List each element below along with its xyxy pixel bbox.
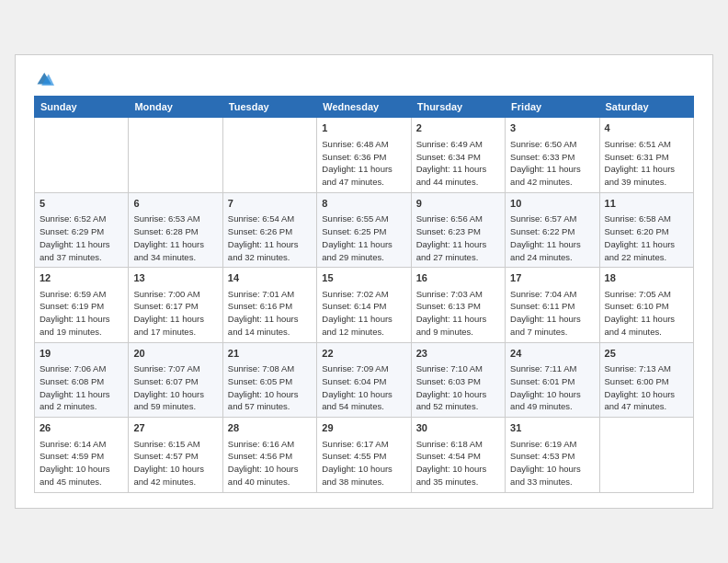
day-info: Sunrise: 6:48 AM Sunset: 6:36 PM Dayligh… (322, 138, 405, 189)
day-number: 8 (322, 197, 405, 211)
day-number: 3 (510, 121, 594, 135)
day-number: 15 (322, 271, 405, 285)
day-number: 26 (40, 421, 123, 435)
day-cell: 18Sunrise: 7:05 AM Sunset: 6:10 PM Dayli… (599, 268, 693, 342)
day-number: 4 (605, 121, 688, 135)
day-cell: 29Sunrise: 6:17 AM Sunset: 4:55 PM Dayli… (317, 418, 411, 492)
day-number: 17 (510, 271, 594, 285)
day-cell (35, 118, 129, 192)
day-cell: 16Sunrise: 7:03 AM Sunset: 6:13 PM Dayli… (411, 268, 505, 342)
day-info: Sunrise: 7:01 AM Sunset: 6:16 PM Dayligh… (228, 288, 312, 339)
day-info: Sunrise: 7:00 AM Sunset: 6:17 PM Dayligh… (133, 288, 217, 339)
day-cell: 13Sunrise: 7:00 AM Sunset: 6:17 PM Dayli… (129, 268, 222, 342)
day-cell: 25Sunrise: 7:13 AM Sunset: 6:00 PM Dayli… (599, 342, 693, 417)
day-info: Sunrise: 7:07 AM Sunset: 6:07 PM Dayligh… (133, 362, 217, 413)
day-cell: 5Sunrise: 6:52 AM Sunset: 6:29 PM Daylig… (35, 192, 129, 267)
day-cell: 14Sunrise: 7:01 AM Sunset: 6:16 PM Dayli… (222, 268, 316, 342)
weekday-header-friday: Friday (506, 97, 599, 118)
day-number: 29 (322, 421, 405, 435)
day-info: Sunrise: 6:18 AM Sunset: 4:54 PM Dayligh… (416, 438, 500, 488)
day-cell: 3Sunrise: 6:50 AM Sunset: 6:33 PM Daylig… (506, 118, 599, 192)
day-number: 7 (228, 197, 312, 211)
day-cell: 2Sunrise: 6:49 AM Sunset: 6:34 PM Daylig… (411, 118, 505, 192)
day-cell: 19Sunrise: 7:06 AM Sunset: 6:08 PM Dayli… (35, 342, 129, 417)
day-cell (222, 118, 316, 192)
day-info: Sunrise: 7:03 AM Sunset: 6:13 PM Dayligh… (416, 288, 500, 339)
day-info: Sunrise: 6:52 AM Sunset: 6:29 PM Dayligh… (40, 213, 123, 263)
day-cell: 28Sunrise: 6:16 AM Sunset: 4:56 PM Dayli… (222, 418, 316, 492)
day-info: Sunrise: 7:10 AM Sunset: 6:03 PM Dayligh… (416, 362, 500, 413)
day-cell: 7Sunrise: 6:54 AM Sunset: 6:26 PM Daylig… (222, 192, 316, 267)
day-number: 5 (40, 197, 123, 211)
day-number: 2 (416, 121, 500, 135)
day-number: 23 (416, 347, 500, 361)
day-cell: 23Sunrise: 7:10 AM Sunset: 6:03 PM Dayli… (411, 342, 505, 417)
calendar-table: SundayMondayTuesdayWednesdayThursdayFrid… (34, 96, 694, 492)
day-number: 22 (322, 347, 405, 361)
weekday-header-thursday: Thursday (411, 97, 505, 118)
day-info: Sunrise: 6:19 AM Sunset: 4:53 PM Dayligh… (510, 438, 594, 488)
day-info: Sunrise: 7:06 AM Sunset: 6:08 PM Dayligh… (40, 362, 123, 413)
day-number: 10 (510, 197, 594, 211)
day-number: 27 (133, 421, 217, 435)
day-cell: 27Sunrise: 6:15 AM Sunset: 4:57 PM Dayli… (129, 418, 222, 492)
day-info: Sunrise: 6:14 AM Sunset: 4:59 PM Dayligh… (40, 438, 123, 488)
week-row-2: 5Sunrise: 6:52 AM Sunset: 6:29 PM Daylig… (35, 192, 694, 267)
logo (34, 70, 60, 88)
week-row-3: 12Sunrise: 6:59 AM Sunset: 6:19 PM Dayli… (35, 268, 694, 342)
day-cell (599, 418, 693, 492)
day-info: Sunrise: 7:02 AM Sunset: 6:14 PM Dayligh… (322, 288, 405, 339)
day-cell: 1Sunrise: 6:48 AM Sunset: 6:36 PM Daylig… (317, 118, 411, 192)
day-cell: 8Sunrise: 6:55 AM Sunset: 6:25 PM Daylig… (317, 192, 411, 267)
day-info: Sunrise: 6:55 AM Sunset: 6:25 PM Dayligh… (322, 213, 405, 263)
day-cell: 6Sunrise: 6:53 AM Sunset: 6:28 PM Daylig… (129, 192, 222, 267)
day-info: Sunrise: 6:54 AM Sunset: 6:26 PM Dayligh… (228, 213, 312, 263)
day-cell: 11Sunrise: 6:58 AM Sunset: 6:20 PM Dayli… (599, 192, 693, 267)
day-info: Sunrise: 7:04 AM Sunset: 6:11 PM Dayligh… (510, 288, 594, 339)
day-info: Sunrise: 6:49 AM Sunset: 6:34 PM Dayligh… (416, 138, 500, 189)
day-info: Sunrise: 6:15 AM Sunset: 4:57 PM Dayligh… (133, 438, 217, 488)
day-info: Sunrise: 6:17 AM Sunset: 4:55 PM Dayligh… (322, 438, 405, 488)
day-number: 28 (228, 421, 312, 435)
day-number: 12 (40, 271, 123, 285)
day-info: Sunrise: 6:57 AM Sunset: 6:22 PM Dayligh… (510, 213, 594, 263)
day-info: Sunrise: 6:53 AM Sunset: 6:28 PM Dayligh… (133, 213, 217, 263)
day-number: 9 (416, 197, 500, 211)
day-info: Sunrise: 6:58 AM Sunset: 6:20 PM Dayligh… (605, 213, 688, 263)
weekday-header-monday: Monday (129, 97, 222, 118)
day-cell: 21Sunrise: 7:08 AM Sunset: 6:05 PM Dayli… (222, 342, 316, 417)
day-cell: 20Sunrise: 7:07 AM Sunset: 6:07 PM Dayli… (129, 342, 222, 417)
day-number: 31 (510, 421, 594, 435)
day-info: Sunrise: 6:56 AM Sunset: 6:23 PM Dayligh… (416, 213, 500, 263)
week-row-4: 19Sunrise: 7:06 AM Sunset: 6:08 PM Dayli… (35, 342, 694, 417)
day-info: Sunrise: 7:08 AM Sunset: 6:05 PM Dayligh… (228, 362, 312, 413)
day-info: Sunrise: 6:51 AM Sunset: 6:31 PM Dayligh… (605, 138, 688, 189)
day-cell (129, 118, 222, 192)
day-info: Sunrise: 7:13 AM Sunset: 6:00 PM Dayligh… (605, 362, 688, 413)
day-cell: 17Sunrise: 7:04 AM Sunset: 6:11 PM Dayli… (506, 268, 599, 342)
day-info: Sunrise: 6:59 AM Sunset: 6:19 PM Dayligh… (40, 288, 123, 339)
day-cell: 10Sunrise: 6:57 AM Sunset: 6:22 PM Dayli… (506, 192, 599, 267)
week-row-5: 26Sunrise: 6:14 AM Sunset: 4:59 PM Dayli… (35, 418, 694, 492)
day-cell: 24Sunrise: 7:11 AM Sunset: 6:01 PM Dayli… (506, 342, 599, 417)
day-number: 25 (605, 347, 688, 361)
day-number: 30 (416, 421, 500, 435)
header (34, 70, 694, 88)
day-number: 20 (133, 347, 217, 361)
day-number: 14 (228, 271, 312, 285)
day-cell: 30Sunrise: 6:18 AM Sunset: 4:54 PM Dayli… (411, 418, 505, 492)
day-number: 18 (605, 271, 688, 285)
day-number: 6 (133, 197, 217, 211)
day-number: 19 (40, 347, 123, 361)
day-cell: 26Sunrise: 6:14 AM Sunset: 4:59 PM Dayli… (35, 418, 129, 492)
day-cell: 15Sunrise: 7:02 AM Sunset: 6:14 PM Dayli… (317, 268, 411, 342)
day-number: 21 (228, 347, 312, 361)
weekday-header-saturday: Saturday (599, 97, 693, 118)
weekday-header-sunday: Sunday (35, 97, 129, 118)
day-cell: 9Sunrise: 6:56 AM Sunset: 6:23 PM Daylig… (411, 192, 505, 267)
day-info: Sunrise: 6:16 AM Sunset: 4:56 PM Dayligh… (228, 438, 312, 488)
day-number: 1 (322, 121, 405, 135)
day-number: 24 (510, 347, 594, 361)
logo-icon (34, 70, 56, 88)
day-number: 11 (605, 197, 688, 211)
